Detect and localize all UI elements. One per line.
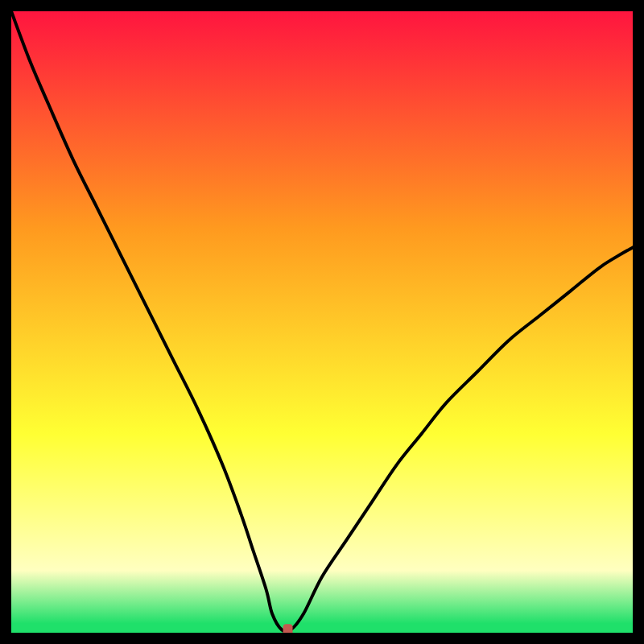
optimal-point-marker bbox=[283, 624, 293, 633]
bottleneck-chart bbox=[11, 11, 633, 633]
chart-frame: TheBottleneck.com bbox=[11, 11, 633, 633]
gradient-background bbox=[11, 11, 633, 633]
